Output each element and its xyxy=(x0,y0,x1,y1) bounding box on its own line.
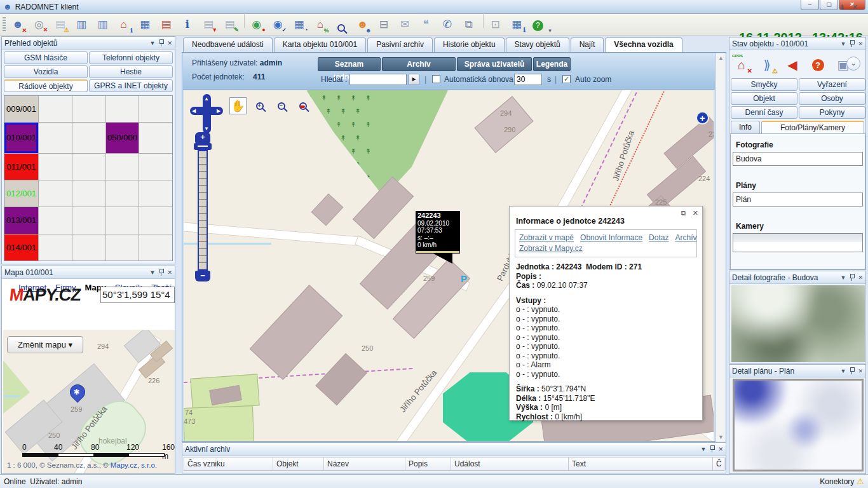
object-cell[interactable] xyxy=(72,123,105,152)
document-edit-icon[interactable]: ▤✎ xyxy=(220,15,238,33)
collapse-chevron-button[interactable]: ⌄ xyxy=(846,57,860,71)
photo-list-item[interactable]: Budova xyxy=(733,152,863,166)
archive-column-header[interactable]: Popis xyxy=(405,458,451,470)
object-cell[interactable] xyxy=(39,207,72,233)
table-icon[interactable]: ▦ xyxy=(136,15,154,33)
mapy-attribution-link[interactable]: Mapy.cz, s.r.o. xyxy=(111,461,157,469)
object-cell[interactable] xyxy=(139,234,172,261)
gong-remove-icon[interactable]: ◎✕ xyxy=(30,15,48,33)
object-cell[interactable] xyxy=(139,123,172,152)
document-tab[interactable]: Karta objektu 010/001 xyxy=(274,37,366,52)
tab-close-icon[interactable]: ✕ xyxy=(852,3,858,11)
object-cell[interactable]: 009/001 xyxy=(4,96,38,122)
zoom-in-cap[interactable]: + xyxy=(195,132,210,143)
status-category-button[interactable]: Objekt xyxy=(731,92,797,105)
popup-restore-icon[interactable]: ⧉ xyxy=(681,209,686,217)
map-zoom-slider[interactable]: + − xyxy=(195,132,210,281)
close-icon[interactable]: ✕ xyxy=(858,274,863,281)
auto-refresh-checkbox[interactable] xyxy=(432,75,440,83)
document-tab[interactable]: Všechna vozidla xyxy=(605,37,682,52)
pin-icon[interactable] xyxy=(850,40,855,47)
vertical-scrollbar[interactable]: ▲ ▼ xyxy=(715,53,726,442)
object-category-button[interactable]: Vozidla xyxy=(4,65,88,78)
close-icon[interactable]: ✕ xyxy=(167,40,172,46)
status-tab[interactable]: Foto/Plány/Kamery xyxy=(761,121,864,133)
object-cell[interactable]: 014/001 xyxy=(4,234,38,261)
zoom-out-cap[interactable]: − xyxy=(195,271,210,281)
object-category-button[interactable]: Telefonní objekty xyxy=(89,51,173,64)
object-cell[interactable] xyxy=(39,180,72,207)
user-admin-button[interactable]: Správa uživatelů xyxy=(457,57,532,71)
popup-action-link[interactable]: Archív xyxy=(675,233,696,242)
archive-column-header[interactable]: Text xyxy=(569,458,713,470)
house-info-icon[interactable]: ⌂ℹ xyxy=(115,16,133,34)
object-cell[interactable] xyxy=(106,96,139,122)
object-cell[interactable] xyxy=(139,207,172,233)
refresh-seconds-input[interactable] xyxy=(514,74,542,85)
find-vehicle-tool[interactable] xyxy=(294,97,311,114)
object-cell[interactable] xyxy=(39,96,72,122)
object-cell[interactable] xyxy=(72,96,105,122)
change-map-button[interactable]: Změnit mapu ▾ xyxy=(7,336,83,353)
document-tab[interactable]: Najít xyxy=(571,37,604,52)
object-cell[interactable] xyxy=(72,207,105,233)
scroll-up-icon[interactable]: ▲ xyxy=(716,55,726,61)
coordinates-input[interactable]: 50°3'1,599 15°4 xyxy=(100,287,175,303)
object-category-button[interactable]: GSM hlásiče xyxy=(4,51,88,64)
legend-button[interactable]: Legenda xyxy=(533,57,571,71)
object-cell[interactable]: 011/001 xyxy=(4,154,38,180)
status-category-button[interactable]: Osoby xyxy=(799,92,865,105)
globe-marker-icon[interactable]: ◉● xyxy=(248,15,266,33)
chat-icon[interactable]: ❝ xyxy=(417,15,435,33)
info-icon[interactable]: ℹ xyxy=(179,15,196,33)
pan-right-icon[interactable]: ▶ xyxy=(217,108,220,114)
status-tab[interactable]: Info xyxy=(731,121,760,133)
document-export-icon[interactable]: ▤▼ xyxy=(200,15,217,33)
search-go-button[interactable]: ▶ xyxy=(409,74,419,85)
object-cell[interactable]: 050/000 xyxy=(106,123,139,152)
main-map[interactable]: ↟ ↟ ↟ ↟ ↟ ↟ ↟ ↟ ↟ ↟ ↟ ↟ ↟ ↟ ↟ ↟ ↟ ↟ ↟ ↟ … xyxy=(184,90,714,441)
expand-panel-button[interactable]: + xyxy=(696,111,709,125)
zoom-slider-track[interactable] xyxy=(198,150,208,271)
mail-icon[interactable]: ✉ xyxy=(396,15,414,33)
object-cell[interactable] xyxy=(139,180,172,207)
pan-hand-tool[interactable]: ✋ xyxy=(229,97,247,114)
popup-action-link[interactable]: Zobrazit v mapě xyxy=(519,233,574,242)
document-tab[interactable]: Historie objektu xyxy=(434,37,505,52)
object-cell[interactable] xyxy=(106,154,139,180)
map-pan-control[interactable]: ▲ ▼ ◀ ▶ xyxy=(190,94,223,133)
zoom-slider-handle[interactable] xyxy=(194,143,212,150)
archive-column-header[interactable]: Událost xyxy=(451,458,569,470)
popup-action-link[interactable]: Dotaz xyxy=(649,233,668,242)
toolbar-overflow-icon[interactable]: ▾ xyxy=(548,27,552,34)
archive-button[interactable]: Archív xyxy=(382,57,456,71)
document-tab[interactable]: Stavy objektů xyxy=(506,37,569,52)
close-icon[interactable]: ✕ xyxy=(718,446,723,452)
popup-action-link[interactable]: Obnovit Informace xyxy=(580,233,642,242)
object-cell[interactable]: 012/001 xyxy=(4,180,38,207)
panel-menu-icon[interactable]: ▼ xyxy=(841,274,846,281)
users-icon[interactable]: ☻☻ xyxy=(354,16,372,34)
panel-menu-icon[interactable]: ▼ xyxy=(150,40,156,46)
pan-left-icon[interactable]: ◀ xyxy=(192,108,196,114)
minimize-button[interactable]: – xyxy=(801,0,819,10)
print-icon[interactable]: ⊟ xyxy=(375,15,393,33)
object-cell[interactable] xyxy=(72,154,105,180)
close-icon[interactable]: ✕ xyxy=(858,41,863,47)
object-cell[interactable] xyxy=(106,234,139,261)
report-icon[interactable]: ▤ xyxy=(157,15,175,33)
keyboard-icon[interactable]: ⊡ xyxy=(487,15,505,33)
object-cell[interactable] xyxy=(106,207,139,233)
status-category-button[interactable]: Smyčky xyxy=(731,78,797,91)
search-icon[interactable] xyxy=(332,19,350,37)
camcorder-icon[interactable]: ⧉ xyxy=(459,16,477,34)
mapy-logo[interactable]: MAPY.CZ xyxy=(8,285,81,305)
object-cell[interactable]: 010/001 xyxy=(4,123,38,152)
konektory-label[interactable]: Konektory xyxy=(820,477,854,486)
pan-up-icon[interactable]: ▲ xyxy=(204,96,209,102)
help-icon[interactable]: ? xyxy=(529,17,546,34)
status-category-button[interactable]: Pokyny xyxy=(799,106,865,119)
pin-icon[interactable] xyxy=(850,274,855,281)
object-cell[interactable] xyxy=(139,154,172,180)
panel-menu-icon[interactable]: ▼ xyxy=(150,269,156,276)
